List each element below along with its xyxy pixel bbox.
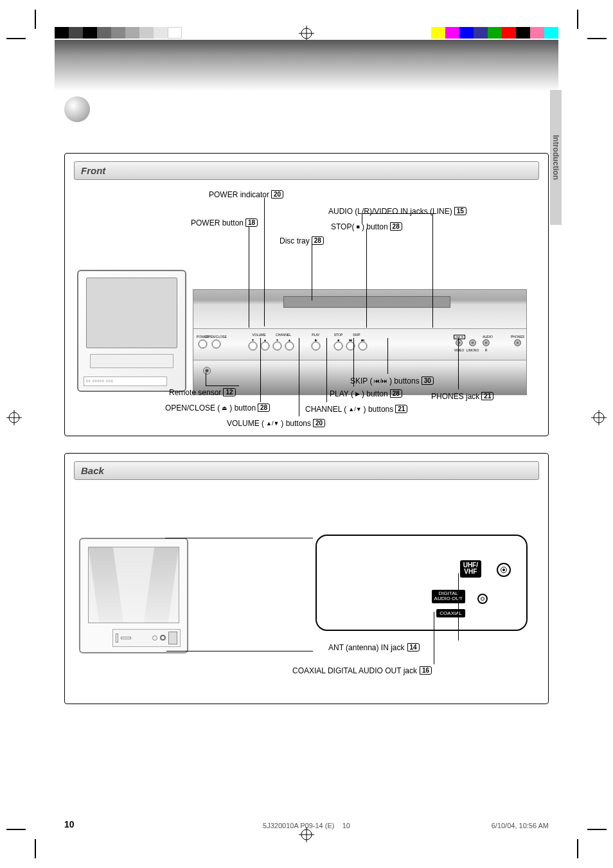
- header-gradient: [55, 40, 558, 91]
- label-ant-in: ANT (antenna) IN jack14: [328, 643, 420, 652]
- label-phones-jack: PHONES jack21: [431, 392, 493, 401]
- label-disc-tray: Disc tray28: [280, 236, 324, 245]
- label-remote-sensor: Remote sensor12: [169, 388, 236, 397]
- registration-mark-right: [591, 410, 607, 425]
- label-power-indicator: POWER indicator20: [209, 190, 283, 199]
- device-back-illustration: [79, 538, 188, 653]
- page-title: Identification of Controls: [99, 101, 266, 118]
- device-front-illustration: 00 00000 000 POWER OPEN/CLOSE VOLUME▼ ▲ …: [77, 289, 527, 395]
- section-tab: Introduction: [550, 90, 562, 225]
- label-skip-buttons: SKIP (⏮/⏭) buttons30: [350, 376, 434, 385]
- footer-date: 6/10/04, 10:56 AM: [492, 822, 549, 829]
- registration-mark-top: [299, 26, 314, 41]
- page-number: 10: [64, 819, 75, 829]
- coaxial-label: COAXIAL: [436, 609, 465, 617]
- front-panel-header: Front: [74, 161, 539, 180]
- label-volume-buttons: VOLUME (▲/▼) buttons20: [227, 419, 325, 428]
- title-bullet-icon: [64, 96, 90, 122]
- label-channel-buttons: CHANNEL (▲/▼) buttons21: [305, 405, 407, 414]
- label-audio-jacks: AUDIO (L/R)/VIDEO IN jacks (LINE)15: [328, 207, 466, 216]
- subtitle: See the page in for details.: [68, 126, 549, 136]
- antenna-jack-icon: [497, 563, 511, 577]
- back-panel-section: Back UHF/VHF DIGITALAUDIO OUT CO: [64, 453, 549, 704]
- label-play-button: PLAY (▶) button28: [330, 389, 402, 398]
- footer-filename: 5J320010A P09-14 (E) 10: [263, 822, 350, 829]
- back-panel-header: Back: [74, 461, 539, 480]
- color-bar-right: [431, 27, 558, 39]
- uhf-vhf-label: UHF/VHF: [460, 560, 481, 578]
- digital-audio-label: DIGITALAUDIO OUT: [432, 590, 465, 604]
- label-open-close: OPEN/CLOSE (⏏) button28: [165, 403, 270, 412]
- back-zoom-illustration: UHF/VHF DIGITALAUDIO OUT COAXIAL: [315, 535, 528, 631]
- front-panel-section: Front POWER indicator20 AUDIO (L/R)/VIDE…: [64, 153, 549, 436]
- registration-mark-left: [6, 410, 22, 425]
- label-coax-out: COAXIAL DIGITAL AUDIO OUT jack16: [292, 666, 432, 675]
- label-power-button: POWER button18: [191, 218, 258, 227]
- color-bar-left: [55, 27, 182, 39]
- digital-out-jack-icon: [477, 594, 488, 604]
